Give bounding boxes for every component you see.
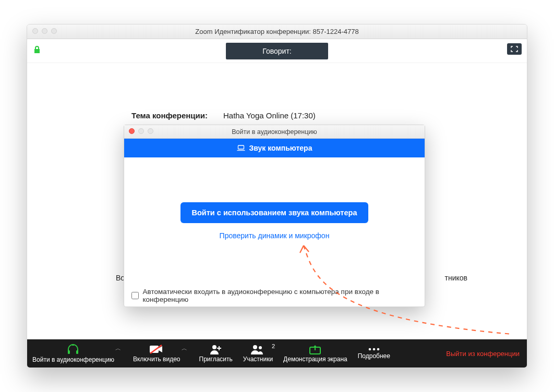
content-area: Тема конференции: Hatha Yoga Online (17:… (27, 63, 527, 339)
window-titlebar: Zoom Идентификатор конференции: 857-1224… (27, 24, 527, 39)
headphones-icon (66, 344, 80, 355)
lock-icon (33, 45, 41, 54)
modal-zoom[interactable] (148, 128, 153, 134)
topic-value: Hatha Yoga Online (17:30) (223, 111, 316, 120)
svg-point-8 (253, 345, 257, 349)
window-title: Zoom Идентификатор конференции: 857-1224… (195, 28, 358, 35)
toolbar-label: Участники (243, 356, 273, 363)
modal-minimize[interactable] (138, 128, 144, 134)
toolbar-label: Включить видео (133, 356, 180, 363)
modal-close[interactable] (129, 128, 135, 134)
start-video-button[interactable]: Включить видео︿ (128, 339, 186, 368)
auto-join-audio-label: Автоматически входить в аудиоконференцию… (143, 288, 417, 303)
join-with-computer-audio-button[interactable]: Войти с использованием звука компьютера (180, 202, 369, 223)
test-speaker-mic-link[interactable]: Проверить динамик и микрофон (220, 231, 330, 240)
svg-rect-7 (217, 348, 221, 349)
svg-rect-3 (150, 346, 159, 353)
traffic-zoom[interactable] (51, 28, 57, 34)
video-off-icon (149, 344, 164, 354)
join-audio-button[interactable]: Войти в аудиоконференцию︿ (27, 339, 119, 368)
participants-button[interactable]: Участники2 (238, 339, 278, 368)
invite-button[interactable]: Пригласить (194, 339, 238, 368)
traffic-close[interactable] (32, 28, 38, 34)
main-window: Zoom Идентификатор конференции: 857-1224… (27, 24, 527, 368)
audio-modal: Войти в аудиоконференцию Звук компьютера… (124, 125, 425, 307)
participants-icon (250, 344, 265, 354)
topic-label: Тема конференции: (131, 111, 208, 120)
svg-rect-2 (76, 350, 78, 354)
bottom-toolbar: Войти в аудиоконференцию︿Включить видео︿… (27, 339, 527, 368)
audio-modal-titlebar: Войти в аудиоконференцию (124, 125, 425, 139)
audio-modal-title: Войти в аудиоконференцию (232, 128, 317, 136)
invite-icon (210, 344, 222, 354)
share-screen-button[interactable]: Демонстрация экрана (278, 339, 353, 368)
traffic-minimize[interactable] (42, 28, 47, 34)
speaking-label: Говорит: (262, 47, 291, 55)
toolbar-label: Войти в аудиоконференцию (32, 356, 114, 363)
more-icon (367, 347, 381, 351)
participants-count: 2 (272, 343, 275, 349)
fullscreen-button[interactable] (507, 43, 522, 55)
svg-point-13 (373, 348, 376, 351)
laptop-icon (237, 145, 245, 151)
svg-point-9 (259, 346, 262, 349)
chevron-up-icon[interactable]: ︿ (182, 345, 187, 352)
meeting-topic-row: Тема конференции: Hatha Yoga Online (17:… (131, 111, 316, 120)
chevron-up-icon[interactable]: ︿ (115, 345, 121, 352)
audio-tab-label: Звук компьютера (249, 144, 312, 152)
svg-point-14 (377, 348, 380, 351)
auto-join-audio-checkbox[interactable] (131, 292, 139, 299)
toolbar-label: Демонстрация экрана (283, 356, 347, 363)
audio-tab[interactable]: Звук компьютера (124, 139, 425, 157)
top-bar: Говорит: (27, 39, 527, 63)
audio-modal-traffic[interactable] (129, 128, 153, 134)
audio-modal-footer: Автоматически входить в аудиоконференцию… (124, 285, 425, 307)
leave-meeting-button[interactable]: Выйти из конференции (439, 350, 527, 358)
share-icon (309, 344, 321, 354)
window-traffic-lights[interactable] (32, 28, 57, 34)
toolbar-label: Подробнее (358, 352, 390, 360)
svg-rect-0 (238, 145, 244, 149)
svg-rect-11 (315, 347, 316, 350)
svg-point-5 (212, 345, 216, 349)
more-button[interactable]: Подробнее (353, 339, 395, 368)
audio-modal-body: Войти с использованием звука компьютера … (124, 157, 425, 285)
svg-rect-1 (68, 350, 70, 354)
svg-point-12 (369, 348, 371, 351)
speaking-indicator: Говорит: (226, 43, 328, 59)
occluded-text-right: тников (445, 274, 467, 282)
toolbar-label: Пригласить (199, 356, 233, 363)
